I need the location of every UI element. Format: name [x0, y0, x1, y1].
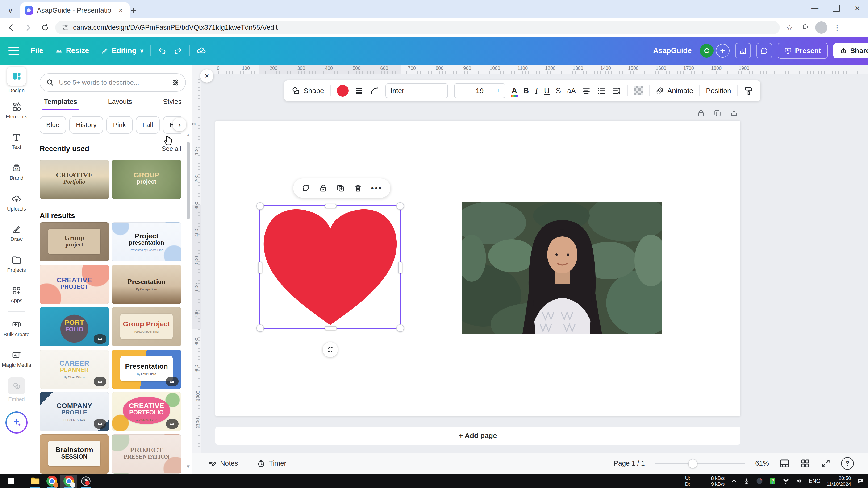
resize-handle-ne[interactable]: [397, 202, 404, 210]
template-card[interactable]: Group project: [40, 222, 109, 261]
font-size-stepper[interactable]: − 19 +: [454, 84, 505, 98]
bold-button[interactable]: B: [523, 86, 529, 95]
bookmark-star-icon[interactable]: ☆: [783, 23, 796, 32]
shape-button[interactable]: Shape: [291, 86, 324, 95]
tab-search-icon[interactable]: ∨: [5, 5, 16, 15]
sidebar-item-magic-media[interactable]: Magic Media: [0, 344, 33, 375]
spacing-icon[interactable]: [612, 86, 621, 95]
fullscreen-icon[interactable]: [821, 459, 831, 468]
notifications-icon[interactable]: [857, 478, 864, 484]
help-button[interactable]: ?: [841, 457, 854, 470]
invite-member-button[interactable]: +: [716, 44, 730, 58]
extensions-icon[interactable]: [799, 24, 812, 31]
tray-expand-icon[interactable]: [731, 478, 737, 484]
animate-button[interactable]: Animate: [656, 87, 693, 95]
lock-page-icon[interactable]: [696, 108, 706, 118]
menu-icon[interactable]: [8, 47, 19, 55]
fill-color-swatch[interactable]: [337, 85, 349, 97]
font-size-decrease[interactable]: −: [459, 87, 464, 95]
forward-icon[interactable]: [21, 21, 35, 34]
design-title[interactable]: AsapGuide: [653, 46, 692, 55]
taskbar-obs[interactable]: [78, 475, 94, 488]
template-card[interactable]: Presentation By Cahaya Dewi: [112, 265, 181, 304]
transparency-button[interactable]: [634, 86, 643, 96]
photo-element[interactable]: [462, 201, 662, 333]
zoom-slider-thumb[interactable]: [688, 459, 697, 468]
chips-next-icon[interactable]: ›: [173, 118, 186, 131]
editing-mode-dropdown[interactable]: Editing∨: [101, 46, 144, 55]
copy-style-icon[interactable]: [744, 86, 753, 96]
wifi-icon[interactable]: [782, 478, 789, 484]
italic-button[interactable]: I: [535, 86, 538, 96]
app-tray-icon[interactable]: [769, 478, 776, 484]
start-button[interactable]: [2, 475, 19, 488]
resize-handle-se[interactable]: [397, 324, 404, 332]
canva-assistant-button[interactable]: [5, 412, 28, 433]
sidebar-item-text[interactable]: Text: [0, 126, 33, 157]
filter-chip[interactable]: Fall: [136, 116, 160, 134]
resize-handle-n[interactable]: [325, 204, 337, 208]
strikethrough-button[interactable]: S: [556, 86, 561, 95]
template-card[interactable]: Project presentation Presented by Sandra…: [112, 222, 181, 261]
file-menu[interactable]: File: [31, 46, 43, 55]
list-icon[interactable]: [597, 86, 606, 95]
sidebar-item-draw[interactable]: Draw: [0, 218, 33, 249]
template-card[interactable]: GROUP project: [112, 160, 181, 199]
new-tab-button[interactable]: +: [127, 4, 140, 17]
undo-icon[interactable]: [158, 46, 167, 55]
panel-tab[interactable]: Layouts: [108, 98, 132, 109]
tab-close-icon[interactable]: ×: [116, 6, 125, 15]
panel-tab[interactable]: Styles: [163, 98, 182, 109]
user-avatar[interactable]: C: [700, 44, 714, 58]
window-maximize-button[interactable]: [826, 0, 847, 17]
close-panel-icon[interactable]: ×: [200, 69, 214, 83]
redo-icon[interactable]: [173, 46, 183, 55]
template-card[interactable]: Brainstorm SESSION: [40, 434, 109, 474]
template-card[interactable]: Group Project research beginning: [112, 307, 181, 346]
template-card[interactable]: CREATIVE PORTFOLIO CLAUDIA ALVES: [112, 392, 181, 431]
border-style-icon[interactable]: [355, 86, 364, 95]
resize-handle-e[interactable]: [398, 262, 402, 273]
template-card[interactable]: COMPANY PROFILE PRESENTATION: [40, 392, 109, 431]
present-button[interactable]: Present: [778, 43, 828, 59]
text-color-button[interactable]: A: [512, 86, 517, 95]
resize-handle-nw[interactable]: [256, 202, 264, 210]
reload-icon[interactable]: [38, 21, 52, 34]
sidebar-item-brand[interactable]: co Brand: [0, 157, 33, 187]
alignment-icon[interactable]: [582, 86, 591, 95]
back-icon[interactable]: [4, 21, 18, 34]
position-button[interactable]: Position: [706, 87, 731, 95]
template-card[interactable]: Presentation By Ketut Susilo: [112, 350, 181, 389]
template-card[interactable]: CAREER PLANNER By Oliver Wilson: [40, 350, 109, 389]
resize-button[interactable]: Resize: [55, 46, 89, 55]
font-size-increase[interactable]: +: [496, 87, 500, 95]
recording-status-icon[interactable]: [756, 478, 763, 484]
rotate-handle[interactable]: [323, 342, 338, 357]
resize-handle-sw[interactable]: [256, 324, 264, 332]
browser-menu-icon[interactable]: ⋮: [831, 23, 843, 32]
template-card[interactable]: PORT FOLIO: [40, 307, 109, 346]
filter-chip[interactable]: Blue: [40, 116, 66, 134]
sidebar-item-embed[interactable]: Embed: [0, 375, 33, 405]
duplicate-icon[interactable]: [336, 184, 345, 193]
zoom-slider[interactable]: [655, 463, 745, 464]
panel-scrollbar[interactable]: ▲ ▼: [187, 132, 190, 469]
window-minimize-button[interactable]: —: [804, 0, 826, 17]
presenter-view-icon[interactable]: [779, 458, 790, 469]
text-case-button[interactable]: aA: [567, 87, 576, 95]
resize-handle-w[interactable]: [258, 262, 262, 273]
filters-icon[interactable]: [171, 78, 180, 87]
template-card[interactable]: CREATIVE Portfolio: [40, 160, 109, 199]
add-page-button[interactable]: + Add page: [215, 427, 740, 445]
taskbar-file-explorer[interactable]: [26, 475, 43, 488]
browser-tab[interactable]: AsapGuide - Presentation ×: [20, 2, 130, 19]
sidebar-item-projects[interactable]: Projects: [0, 249, 33, 280]
duplicate-page-icon[interactable]: [712, 108, 723, 118]
sidebar-item-elements[interactable]: Elements: [0, 96, 33, 126]
timer-button[interactable]: Timer: [257, 459, 286, 468]
insights-button[interactable]: [735, 43, 751, 59]
lock-icon[interactable]: [319, 184, 328, 193]
more-options-icon[interactable]: •••: [371, 184, 382, 193]
share-button[interactable]: Share: [833, 43, 868, 58]
comment-add-icon[interactable]: [301, 184, 310, 193]
